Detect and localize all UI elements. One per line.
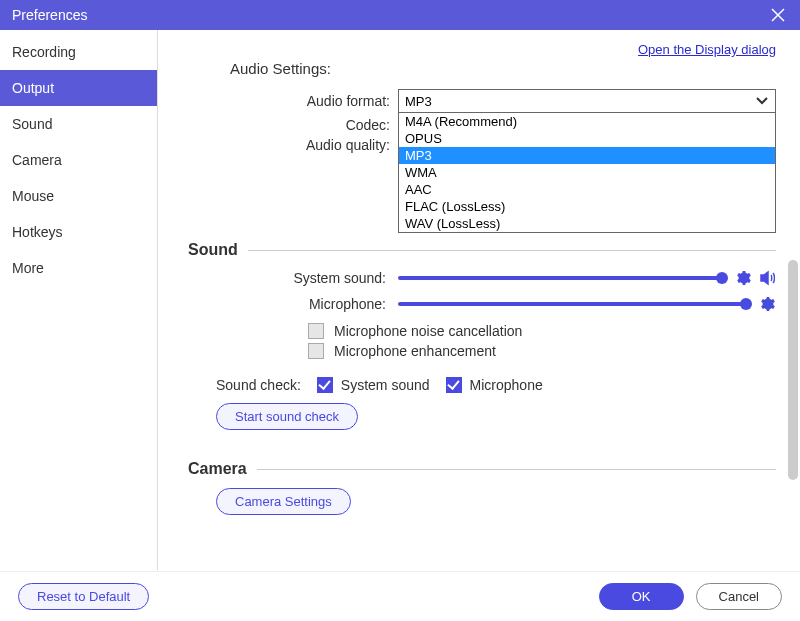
system-sound-gear-icon[interactable] (734, 269, 752, 287)
enhancement-label: Microphone enhancement (334, 343, 496, 359)
start-sound-check-button[interactable]: Start sound check (216, 403, 358, 430)
open-display-dialog-link[interactable]: Open the Display dialog (638, 42, 776, 57)
sidebar-item-output[interactable]: Output (0, 70, 157, 106)
sidebar-item-mouse[interactable]: Mouse (0, 178, 157, 214)
audio-settings-title: Audio Settings: (230, 60, 776, 77)
sidebar-item-sound[interactable]: Sound (0, 106, 157, 142)
sidebar-item-more[interactable]: More (0, 250, 157, 286)
scrollbar[interactable] (788, 260, 798, 480)
content-inner: Audio Settings: Audio format: MP3 M4A (R… (158, 30, 800, 535)
noise-cancellation-row: Microphone noise cancellation (308, 323, 776, 339)
sidebar-item-hotkeys[interactable]: Hotkeys (0, 214, 157, 250)
sc-mic-checkbox[interactable] (446, 377, 462, 393)
titlebar: Preferences (0, 0, 800, 30)
sound-title: Sound (188, 241, 238, 259)
slider-thumb[interactable] (740, 298, 752, 310)
enhancement-checkbox[interactable] (308, 343, 324, 359)
ok-button[interactable]: OK (599, 583, 684, 610)
dropdown-option-aac[interactable]: AAC (399, 181, 775, 198)
chevron-down-icon (755, 94, 769, 109)
sound-section-header: Sound (188, 241, 776, 259)
camera-section-header: Camera (188, 460, 776, 478)
audio-format-label: Audio format: (188, 93, 398, 109)
dropdown-option-m4a[interactable]: M4A (Recommend) (399, 113, 775, 130)
audio-format-select-wrap: MP3 M4A (Recommend) OPUS MP3 WMA AAC FLA… (398, 89, 776, 113)
dropdown-option-wav[interactable]: WAV (LossLess) (399, 215, 775, 232)
sc-mic-group: Microphone (446, 377, 543, 393)
main-area: Recording Output Sound Camera Mouse Hotk… (0, 30, 800, 570)
audio-format-row: Audio format: MP3 M4A (Recommend) OPUS M… (188, 89, 776, 113)
sidebar-item-camera[interactable]: Camera (0, 142, 157, 178)
enhancement-row: Microphone enhancement (308, 343, 776, 359)
audio-format-select[interactable]: MP3 (398, 89, 776, 113)
footer: Reset to Default OK Cancel (0, 571, 800, 621)
dropdown-option-mp3[interactable]: MP3 (399, 147, 775, 164)
noise-cancellation-checkbox[interactable] (308, 323, 324, 339)
noise-cancellation-label: Microphone noise cancellation (334, 323, 522, 339)
sc-system-group: System sound (317, 377, 430, 393)
sc-system-checkbox[interactable] (317, 377, 333, 393)
microphone-label: Microphone: (188, 296, 398, 312)
soundcheck-label: Sound check: (216, 377, 301, 393)
codec-label: Codec: (188, 117, 398, 133)
soundcheck-row: Sound check: System sound Microphone (216, 377, 776, 393)
sidebar-item-recording[interactable]: Recording (0, 34, 157, 70)
system-sound-label: System sound: (188, 270, 398, 286)
sc-mic-label: Microphone (470, 377, 543, 393)
camera-settings-button[interactable]: Camera Settings (216, 488, 351, 515)
close-button[interactable] (768, 5, 788, 25)
slider-thumb[interactable] (716, 272, 728, 284)
sc-system-label: System sound (341, 377, 430, 393)
window-title: Preferences (12, 7, 87, 23)
system-sound-row: System sound: (188, 269, 776, 287)
dropdown-option-flac[interactable]: FLAC (LossLess) (399, 198, 775, 215)
close-icon (771, 8, 785, 22)
microphone-gear-icon[interactable] (758, 295, 776, 313)
audio-quality-label: Audio quality: (188, 137, 398, 153)
content-pane: Open the Display dialog Audio Settings: … (158, 30, 800, 570)
dropdown-option-wma[interactable]: WMA (399, 164, 775, 181)
system-sound-slider[interactable] (398, 276, 722, 280)
cancel-button[interactable]: Cancel (696, 583, 782, 610)
audio-format-dropdown: M4A (Recommend) OPUS MP3 WMA AAC FLAC (L… (398, 112, 776, 233)
microphone-row: Microphone: (188, 295, 776, 313)
microphone-slider[interactable] (398, 302, 746, 306)
speaker-icon[interactable] (758, 269, 776, 287)
camera-title: Camera (188, 460, 247, 478)
sidebar: Recording Output Sound Camera Mouse Hotk… (0, 30, 158, 570)
reset-to-default-button[interactable]: Reset to Default (18, 583, 149, 610)
audio-format-value: MP3 (405, 94, 432, 109)
dropdown-option-opus[interactable]: OPUS (399, 130, 775, 147)
